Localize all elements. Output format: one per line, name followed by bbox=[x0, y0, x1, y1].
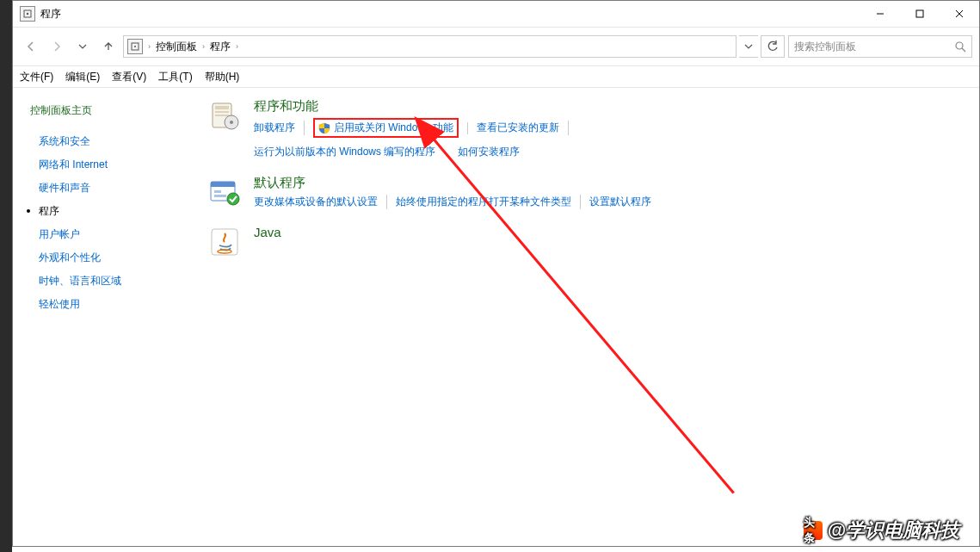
back-button[interactable] bbox=[20, 35, 42, 58]
recent-dropdown[interactable] bbox=[71, 35, 94, 58]
svg-point-7 bbox=[134, 46, 136, 47]
programs-features-icon bbox=[207, 98, 242, 133]
programs-features-heading[interactable]: 程序和功能 bbox=[254, 98, 853, 115]
java-icon bbox=[207, 225, 242, 259]
refresh-button[interactable] bbox=[761, 35, 785, 58]
sidebar-item-ease[interactable]: 轻松使用 bbox=[20, 293, 183, 316]
java-heading[interactable]: Java bbox=[254, 225, 281, 239]
task-filetype-defaults[interactable]: 始终使用指定的程序打开某种文件类型 bbox=[396, 195, 581, 209]
chevron-down-icon bbox=[744, 42, 753, 51]
watermark: 头条 @学识电脑科技 bbox=[804, 518, 959, 543]
task-view-updates[interactable]: 查看已安装的更新 bbox=[477, 121, 569, 135]
svg-rect-13 bbox=[215, 115, 229, 116]
watermark-text: @学识电脑科技 bbox=[828, 518, 959, 543]
crumb-sep-icon: › bbox=[236, 42, 238, 51]
group-default-programs: 默认程序 更改媒体或设备的默认设置 始终使用指定的程序打开某种文件类型 设置默认… bbox=[207, 175, 962, 209]
sidebar-item-system[interactable]: 系统和安全 bbox=[20, 130, 183, 153]
svg-point-8 bbox=[956, 42, 963, 49]
svg-rect-18 bbox=[214, 190, 221, 193]
address-breadcrumb[interactable]: › 控制面板 › 程序 › bbox=[123, 35, 737, 58]
sidebar-item-network[interactable]: 网络和 Internet bbox=[20, 153, 183, 177]
task-howto-install[interactable]: 如何安装程序 bbox=[458, 145, 528, 159]
sidebar-category-list: 系统和安全 网络和 Internet 硬件和声音 程序 用户帐户 外观和个性化 … bbox=[20, 130, 183, 316]
sidebar-home-link[interactable]: 控制面板主页 bbox=[30, 103, 183, 118]
forward-arrow-icon bbox=[51, 40, 63, 53]
menu-edit[interactable]: 编辑(E) bbox=[65, 70, 100, 84]
sidebar: 控制面板主页 系统和安全 网络和 Internet 硬件和声音 程序 用户帐户 … bbox=[13, 88, 190, 546]
menu-help[interactable]: 帮助(H) bbox=[205, 70, 240, 84]
sidebar-item-programs[interactable]: 程序 bbox=[20, 200, 183, 223]
control-panel-icon bbox=[127, 39, 143, 54]
highlight-windows-features: 启用或关闭 Windows 功能 bbox=[313, 118, 459, 138]
group-java: Java bbox=[207, 225, 962, 259]
minimize-icon bbox=[876, 9, 884, 18]
close-icon bbox=[955, 9, 964, 18]
maximize-icon bbox=[915, 9, 924, 18]
address-bar-row: › 控制面板 › 程序 › 搜索控制面板 bbox=[13, 28, 979, 66]
sidebar-item-users[interactable]: 用户帐户 bbox=[20, 223, 183, 246]
menu-view[interactable]: 查看(V) bbox=[112, 70, 146, 84]
back-arrow-icon bbox=[25, 40, 37, 53]
up-arrow-icon bbox=[102, 40, 114, 53]
crumb-current[interactable]: 程序 bbox=[210, 40, 231, 54]
search-icon bbox=[955, 41, 966, 53]
default-programs-heading[interactable]: 默认程序 bbox=[254, 175, 660, 191]
task-compat[interactable]: 运行为以前版本的 Windows 编写的程序 bbox=[254, 145, 444, 159]
forward-button[interactable] bbox=[46, 35, 68, 58]
crumb-root[interactable]: 控制面板 bbox=[156, 40, 197, 54]
svg-rect-3 bbox=[916, 10, 923, 17]
sidebar-item-appearance[interactable]: 外观和个性化 bbox=[20, 246, 183, 270]
default-programs-icon bbox=[207, 175, 242, 209]
control-panel-window: 程序 › 控制面板 › 程序 bbox=[12, 0, 980, 547]
chevron-down-icon bbox=[78, 42, 87, 51]
search-input[interactable]: 搜索控制面板 bbox=[788, 35, 972, 58]
task-media-defaults[interactable]: 更改媒体或设备的默认设置 bbox=[254, 195, 387, 209]
content-area: 程序和功能 卸载程序 启用或关闭 Windows 功能 查看已安装的更新 运行为 bbox=[190, 88, 979, 546]
window-icon bbox=[20, 6, 35, 22]
task-set-default[interactable]: 设置默认程序 bbox=[589, 195, 660, 209]
svg-point-15 bbox=[230, 121, 233, 124]
svg-point-1 bbox=[27, 13, 28, 15]
task-uninstall[interactable]: 卸载程序 bbox=[254, 121, 305, 135]
minimize-button[interactable] bbox=[860, 1, 900, 27]
titlebar: 程序 bbox=[13, 1, 979, 28]
sidebar-item-clock[interactable]: 时钟、语言和区域 bbox=[20, 270, 183, 293]
svg-rect-12 bbox=[215, 111, 229, 113]
crumb-sep-icon: › bbox=[202, 42, 205, 51]
svg-rect-11 bbox=[215, 106, 229, 109]
svg-rect-17 bbox=[211, 182, 235, 187]
svg-point-20 bbox=[227, 193, 239, 205]
maximize-button[interactable] bbox=[900, 1, 940, 27]
window-title: 程序 bbox=[40, 7, 61, 22]
address-dropdown[interactable] bbox=[739, 35, 758, 58]
uac-shield-icon bbox=[318, 122, 330, 134]
up-button[interactable] bbox=[97, 35, 120, 58]
refresh-icon bbox=[767, 40, 779, 53]
group-programs-features: 程序和功能 卸载程序 启用或关闭 Windows 功能 查看已安装的更新 运行为 bbox=[207, 98, 962, 159]
svg-rect-19 bbox=[214, 195, 226, 197]
search-placeholder: 搜索控制面板 bbox=[794, 40, 856, 54]
svg-line-9 bbox=[962, 48, 965, 52]
body: 控制面板主页 系统和安全 网络和 Internet 硬件和声音 程序 用户帐户 … bbox=[13, 88, 979, 546]
task-windows-features[interactable]: 启用或关闭 Windows 功能 bbox=[334, 121, 453, 135]
crumb-sep-icon: › bbox=[148, 42, 151, 51]
menu-file[interactable]: 文件(F) bbox=[20, 70, 53, 84]
close-button[interactable] bbox=[940, 1, 979, 27]
watermark-badge: 头条 bbox=[804, 521, 823, 540]
menubar: 文件(F) 编辑(E) 查看(V) 工具(T) 帮助(H) bbox=[13, 66, 979, 88]
separator bbox=[467, 122, 468, 134]
background-window-stub bbox=[0, 0, 12, 552]
sidebar-item-hardware[interactable]: 硬件和声音 bbox=[20, 177, 183, 200]
menu-tools[interactable]: 工具(T) bbox=[158, 70, 192, 84]
